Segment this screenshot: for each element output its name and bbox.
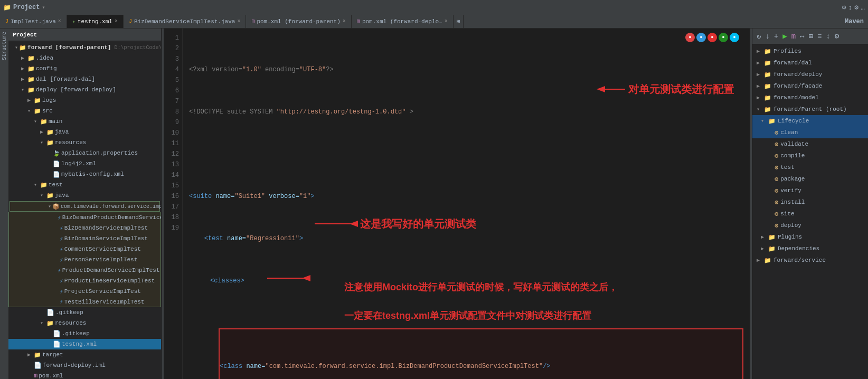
tree-item-test[interactable]: ▾ 📁 test bbox=[8, 179, 161, 190]
maven-label: forward/deploy bbox=[773, 71, 822, 78]
maven-item-package[interactable]: ▶ ⚙ package bbox=[752, 173, 868, 185]
code-text: <class bbox=[220, 361, 242, 372]
maven-item-plugins[interactable]: ▶ 📁 Plugins bbox=[752, 231, 868, 243]
maven-menu-btn[interactable]: ≡ bbox=[816, 32, 823, 41]
main-area: Structure Project ▾ 📁 forward [forward-p… bbox=[0, 29, 868, 379]
tree-item-com-pkg[interactable]: ▾ 📦 com.timevale.forward.service.impl bbox=[10, 201, 160, 212]
toolbar-icon-4[interactable]: … bbox=[861, 4, 865, 12]
tab-layout[interactable]: ⊞ bbox=[454, 15, 464, 28]
tab-close-bizdemand[interactable]: × bbox=[237, 18, 240, 24]
chrome-icon[interactable]: ● bbox=[685, 33, 695, 42]
toolbar-icon-3[interactable]: ⚙ bbox=[854, 3, 858, 12]
tree-item-BizDomainService[interactable]: ▶ ⚡ BizDomainServiceImplTest bbox=[8, 233, 161, 244]
maven-item-model[interactable]: ▶ 📁 forward/model bbox=[752, 92, 868, 103]
tab-close-impltest[interactable]: × bbox=[58, 18, 61, 24]
tree-item-resources[interactable]: ▾ 📁 resources bbox=[8, 137, 161, 148]
tree-item-testng-xml[interactable]: ▶ 📄 testng.xml bbox=[8, 339, 161, 349]
maven-link-btn[interactable]: ↔ bbox=[799, 32, 805, 41]
maven-item-deploy-goal[interactable]: ▶ ⚙ deploy bbox=[752, 220, 868, 231]
code-text: > bbox=[299, 233, 303, 244]
maven-panel-label: Maven bbox=[841, 18, 868, 25]
maven-item-profiles[interactable]: ▶ 📁 Profiles bbox=[752, 45, 868, 57]
tab-bizdemand[interactable]: J BizDemandServiceImplTest.java × bbox=[124, 15, 246, 28]
tree-item-BizDemandProduct[interactable]: ▶ ⚡ BizDemandProductDemandServiceImplTes… bbox=[8, 212, 161, 223]
tree-item-ProductDemand[interactable]: ▶ ⚡ ProductDemandServiceImplTest bbox=[8, 265, 161, 276]
maven-item-dal[interactable]: ▶ 📁 forward/dal bbox=[752, 57, 868, 69]
tree-item-main[interactable]: ▾ 📁 main bbox=[8, 116, 161, 127]
maven-item-facade[interactable]: ▶ 📁 forward/facade bbox=[752, 80, 868, 92]
tree-item-resources2[interactable]: ▾ 📁 resources bbox=[8, 318, 161, 328]
tab-testng[interactable]: ✦ testng.xml × bbox=[67, 15, 124, 28]
tree-item-dal[interactable]: ▶ 📁 dal [forward-dal] bbox=[8, 74, 161, 84]
maven-refresh-btn[interactable]: ↻ bbox=[756, 32, 762, 41]
arrow-icon: ▶ bbox=[757, 71, 762, 78]
tree-item-config[interactable]: ▶ 📁 config bbox=[8, 63, 161, 74]
maven-run-btn[interactable]: ▶ bbox=[781, 32, 788, 41]
tree-label: forward [forward-parent] bbox=[27, 44, 111, 51]
maven-download-btn[interactable]: ↓ bbox=[764, 32, 770, 41]
project-icon: 📁 bbox=[3, 4, 11, 12]
folder-icon: 📁 bbox=[40, 118, 48, 125]
code-text bbox=[189, 233, 204, 244]
folder-icon: 📁 bbox=[764, 48, 771, 55]
tree-item-CommentService[interactable]: ▶ ⚡ CommentServiceImplTest bbox=[8, 244, 161, 254]
tree-item-forward-parent[interactable]: ▾ 📁 forward [forward-parent] D:\projectC… bbox=[8, 42, 161, 53]
maven-layout-btn[interactable]: ⊞ bbox=[808, 32, 814, 41]
maven-gear-btn[interactable]: ⚙ bbox=[834, 32, 840, 41]
toolbar-icon-2[interactable]: ↕ bbox=[848, 4, 853, 12]
tree-item-deploy[interactable]: ▾ 📁 deploy [forward-deploy] bbox=[8, 84, 161, 95]
maven-item-install[interactable]: ▶ ⚙ install bbox=[752, 196, 868, 208]
prop-icon: 🍃 bbox=[53, 150, 60, 157]
maven-item-site[interactable]: ▶ ⚙ site bbox=[752, 208, 868, 220]
ie1-icon[interactable]: ● bbox=[707, 33, 717, 42]
maven-item-validate[interactable]: ▶ ⚙ validate bbox=[752, 138, 868, 150]
tab-close-testng[interactable]: × bbox=[115, 18, 118, 24]
tree-item-logs[interactable]: ▶ 📁 logs bbox=[8, 95, 161, 106]
maven-item-verify[interactable]: ▶ ⚙ verify bbox=[752, 185, 868, 196]
code-area[interactable]: <?xml version="1.0" encoding="UTF-8"?> <… bbox=[183, 29, 750, 379]
tree-item-test-java[interactable]: ▾ 📁 java bbox=[8, 190, 161, 201]
tree-item-gitkeep1[interactable]: ▶ 📄 .gitkeep bbox=[8, 307, 161, 318]
maven-m-btn[interactable]: m bbox=[790, 32, 797, 41]
tree-item-mybatis[interactable]: ▶ 📄 mybatis-config.xml bbox=[8, 169, 161, 179]
tab-close-pom-parent[interactable]: × bbox=[343, 18, 346, 24]
code-text: <!DOCTYPE suite SYSTEM bbox=[189, 107, 277, 117]
tree-item-TestBill[interactable]: ▶ ⚡ TestBillServiceImplTest bbox=[8, 297, 161, 307]
maven-sort-btn[interactable]: ↕ bbox=[825, 32, 831, 41]
ie3-icon[interactable]: ● bbox=[730, 33, 739, 42]
maven-item-lifecycle[interactable]: ▾ 📁 Lifecycle bbox=[752, 115, 868, 127]
tab-pom-parent[interactable]: m pom.xml (forward-parent) × bbox=[246, 15, 351, 28]
maven-item-compile[interactable]: ▶ ⚙ compile bbox=[752, 150, 868, 162]
maven-add-btn[interactable]: + bbox=[773, 32, 779, 41]
maven-item-test[interactable]: ▶ ⚙ test bbox=[752, 162, 868, 173]
tab-pom-deploy[interactable]: m pom.xml (forward-deplo… × bbox=[352, 15, 454, 28]
maven-item-deploy[interactable]: ▶ 📁 forward/deploy bbox=[752, 69, 868, 80]
tree-item-gitkeep2[interactable]: ▶ 📄 .gitkeep bbox=[8, 328, 161, 339]
ie2-icon[interactable]: ● bbox=[719, 33, 728, 42]
maven-item-parent[interactable]: ▾ 📁 forward/Parent (root) bbox=[752, 103, 868, 115]
tab-close-pom-deploy[interactable]: × bbox=[445, 18, 448, 24]
maven-item-dependencies[interactable]: ▶ 📁 Dependencies bbox=[752, 243, 868, 254]
tree-item-idea[interactable]: ▶ 📁 .idea bbox=[8, 53, 161, 63]
tree-item-pom-xml[interactable]: ▶ m pom.xml bbox=[8, 371, 161, 379]
tree-item-target[interactable]: ▶ 📁 target bbox=[8, 349, 161, 360]
tree-item-app-prop[interactable]: ▶ 🍃 application.properties bbox=[8, 148, 161, 158]
firefox-icon[interactable]: ● bbox=[696, 33, 706, 42]
tree-item-forward-deploy-iml[interactable]: ▶ 📄 forward-deploy.iml bbox=[8, 360, 161, 371]
maven-label: forward/dal bbox=[773, 60, 812, 66]
tree-item-BizDemandService[interactable]: ▶ ⚡ BizDemandServiceImplTest bbox=[8, 223, 161, 233]
toolbar-icon-1[interactable]: ⚙ bbox=[842, 3, 846, 12]
maven-item-service[interactable]: ▶ 📁 forward/service bbox=[752, 254, 868, 266]
maven-item-clean[interactable]: ▶ ⚙ clean bbox=[752, 127, 868, 138]
tree-label: test bbox=[49, 182, 62, 188]
tab-impltest[interactable]: J ImplTest.java × bbox=[0, 15, 67, 28]
code-text: "1.0" bbox=[242, 64, 261, 75]
tree-item-main-java[interactable]: ▶ 📁 java bbox=[8, 127, 161, 137]
tree-item-ProductLine[interactable]: ▶ ⚡ ProductLineServiceImplTest bbox=[8, 276, 161, 286]
tree-item-src[interactable]: ▾ 📁 src bbox=[8, 106, 161, 116]
code-text: name= bbox=[223, 233, 246, 244]
tree-item-ProjectService[interactable]: ▶ ⚡ ProjectServiceImplTest bbox=[8, 286, 161, 297]
tree-item-PersonService[interactable]: ▶ ⚡ PersonServiceImplTest bbox=[8, 254, 161, 265]
gear-icon-site: ⚙ bbox=[775, 210, 778, 218]
tree-item-log4j2[interactable]: ▶ 📄 log4j2.xml bbox=[8, 158, 161, 169]
